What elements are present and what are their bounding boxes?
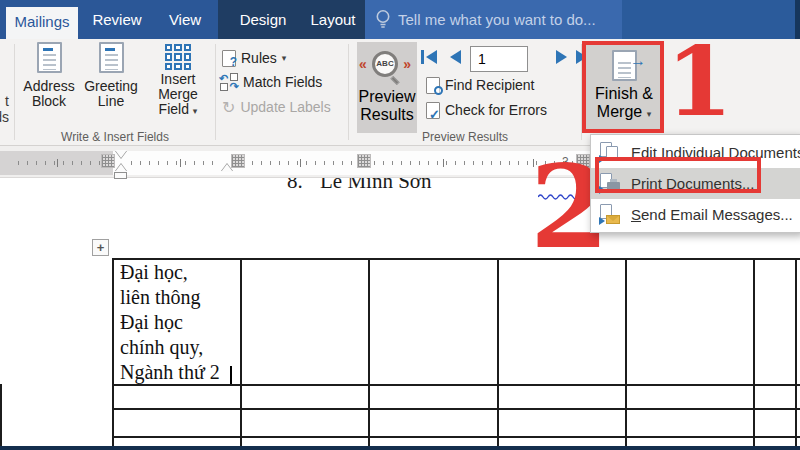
find-recipient-icon xyxy=(426,77,440,94)
group-label-write-insert-fields: Write & Insert Fields xyxy=(25,130,205,144)
rules-button[interactable]: ? Rules ▾ xyxy=(222,48,286,68)
table-border xyxy=(625,258,627,446)
window-bottom-edge xyxy=(0,446,800,450)
greeting-line-icon xyxy=(99,42,124,73)
first-line-indent-marker[interactable] xyxy=(115,150,127,158)
greeting-line-button[interactable]: Greeting Line xyxy=(80,42,142,134)
update-labels-icon: ↻ xyxy=(222,98,235,117)
table-column-marker[interactable] xyxy=(231,154,245,168)
annotation-box-step2 xyxy=(595,157,761,193)
tab-design[interactable]: Design xyxy=(226,0,300,39)
rules-icon: ? xyxy=(222,50,236,67)
insert-merge-field-label: Insert Merge xyxy=(158,71,198,102)
left-indent-marker[interactable] xyxy=(114,172,127,179)
record-number-input[interactable] xyxy=(470,46,528,72)
word-window: Mailings Review View Design Layout Tell … xyxy=(0,0,800,450)
annotation-number-1: 1 xyxy=(666,34,733,130)
find-recipient-label: Find Recipient xyxy=(445,77,535,93)
tab-view[interactable]: View xyxy=(158,0,212,39)
find-recipient-button[interactable]: Find Recipient xyxy=(426,75,535,95)
table-column-marker[interactable] xyxy=(101,154,115,168)
table-border xyxy=(112,408,800,410)
table-border xyxy=(795,258,797,446)
tab-layout[interactable]: Layout xyxy=(302,0,364,39)
table-border xyxy=(0,384,2,446)
table-border xyxy=(368,258,370,446)
dropdown-caret-icon: ▾ xyxy=(282,53,287,63)
dropdown-caret-icon: ▾ xyxy=(193,106,198,116)
send-email-icon xyxy=(599,204,621,225)
table-cell-text[interactable]: Đại học, liên thông Đại học chính quy, N… xyxy=(120,260,234,385)
check-for-errors-icon: ✓ xyxy=(426,102,440,119)
group-separator xyxy=(14,44,15,140)
preview-results-toggle[interactable]: « ABC » Preview Results xyxy=(357,42,417,133)
address-block-button[interactable]: Address Block xyxy=(18,42,80,134)
insert-merge-field-icon xyxy=(165,44,192,70)
match-fields-icon: ↶↷ xyxy=(220,73,238,91)
menu-item-send-email-messages[interactable]: Send Email Messages... xyxy=(591,199,800,230)
check-for-errors-label: Check for Errors xyxy=(445,102,547,118)
clipped-button-fragment: ds xyxy=(0,109,10,126)
clipped-button-fragment: t xyxy=(0,93,10,110)
group-separator xyxy=(348,44,349,140)
table-border xyxy=(753,258,755,446)
group-label-preview-results: Preview Results xyxy=(380,130,550,144)
preview-results-label: Preview xyxy=(359,88,416,105)
match-fields-label: Match Fields xyxy=(243,74,322,90)
greeting-line-label: Greeting xyxy=(84,78,138,94)
tellme-search[interactable]: Tell me what you want to do... xyxy=(398,0,596,39)
next-record-button[interactable] xyxy=(556,50,567,64)
match-fields-button[interactable]: ↶↷ Match Fields xyxy=(220,72,322,92)
preview-results-icon: « ABC » xyxy=(357,48,413,88)
table-move-handle[interactable]: + xyxy=(92,239,109,256)
update-labels-label: Update Labels xyxy=(240,99,330,115)
table-border xyxy=(112,258,114,446)
table-border xyxy=(240,258,242,446)
tab-review[interactable]: Review xyxy=(84,0,150,39)
text-cursor xyxy=(230,366,232,384)
table-border xyxy=(497,258,499,446)
lightbulb-icon xyxy=(375,9,391,34)
list-number: 8. xyxy=(287,178,303,194)
update-labels-button: ↻ Update Labels xyxy=(222,97,331,117)
annotation-box-step1 xyxy=(582,41,664,133)
address-block-icon xyxy=(37,42,62,73)
table-border xyxy=(112,436,800,438)
document-heading-text: Lê Minh Sơn xyxy=(320,178,431,194)
tabbar-edge xyxy=(795,0,800,39)
right-indent-marker[interactable] xyxy=(221,164,233,172)
first-record-button[interactable] xyxy=(421,50,437,64)
tab-mailings[interactable]: Mailings xyxy=(6,7,78,39)
hanging-indent-marker[interactable] xyxy=(115,164,127,172)
check-for-errors-button[interactable]: ✓ Check for Errors xyxy=(426,100,547,120)
previous-record-button[interactable] xyxy=(450,50,461,64)
address-block-label: Address xyxy=(23,78,74,94)
insert-merge-field-button[interactable]: Insert Merge Field ▾ xyxy=(140,42,216,134)
table-column-marker[interactable] xyxy=(357,154,371,168)
rules-label: Rules xyxy=(241,50,277,66)
